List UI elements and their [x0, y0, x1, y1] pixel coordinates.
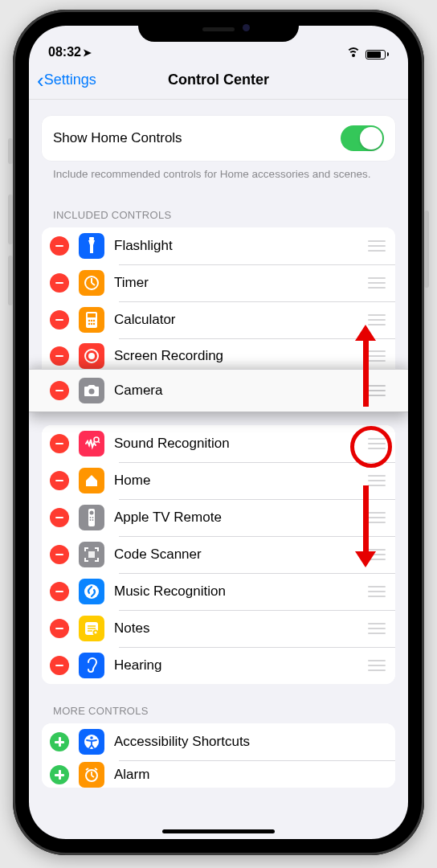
dragging-row-wrap: Camera: [29, 369, 408, 412]
svg-point-20: [90, 519, 92, 521]
control-row-screen-recording[interactable]: Screen Recording: [42, 338, 395, 369]
drag-handle-icon[interactable]: [368, 660, 386, 671]
add-button[interactable]: [50, 732, 69, 751]
accessibility-icon: [79, 729, 104, 755]
remove-button[interactable]: [50, 434, 69, 453]
volume-up-button: [8, 194, 13, 244]
control-row-sound-recognition[interactable]: Sound Recognition: [42, 425, 395, 462]
phone-frame: 08:32 ➤ ‹ Settings Control Center: [13, 10, 424, 855]
camera-icon: [79, 378, 104, 403]
remove-button[interactable]: [50, 656, 69, 675]
control-label: Sound Recognition: [114, 436, 361, 452]
drag-handle-icon[interactable]: [368, 438, 386, 449]
wifi-icon: [346, 49, 361, 59]
remove-button[interactable]: [50, 236, 69, 256]
control-label: Screen Recording: [114, 348, 361, 364]
timer-icon: [79, 270, 104, 296]
chevron-left-icon: ‹: [37, 70, 44, 91]
svg-point-8: [88, 323, 90, 325]
notes-icon: [79, 616, 104, 641]
control-row-home[interactable]: Home: [42, 462, 395, 499]
remove-button[interactable]: [50, 310, 69, 330]
control-row-apple-tv-remote[interactable]: Apple TV Remote: [42, 499, 395, 536]
location-icon: ➤: [83, 47, 92, 59]
remote-icon: [79, 505, 104, 530]
drag-handle-icon[interactable]: [368, 623, 386, 634]
svg-point-13: [89, 389, 95, 395]
home-indicator[interactable]: [162, 829, 275, 833]
control-label: Home: [114, 473, 361, 489]
more-controls-header: MORE CONTROLS: [42, 684, 395, 723]
drag-handle-icon[interactable]: [368, 277, 386, 289]
remove-button[interactable]: [50, 508, 69, 527]
drag-handle-icon[interactable]: [368, 240, 386, 252]
control-row-camera[interactable]: Camera: [29, 369, 408, 412]
control-label: Music Recognition: [114, 583, 361, 600]
remove-button[interactable]: [50, 582, 69, 601]
home-controls-hint: Include recommended controls for Home ac…: [42, 161, 395, 182]
svg-rect-4: [88, 313, 96, 317]
control-row-code-scanner[interactable]: Code Scanner: [42, 536, 395, 573]
control-label: Calculator: [114, 312, 361, 328]
drag-handle-icon[interactable]: [368, 314, 386, 326]
screen: 08:32 ➤ ‹ Settings Control Center: [29, 26, 408, 839]
control-row-notes[interactable]: Notes: [42, 610, 395, 647]
add-button[interactable]: [50, 765, 69, 784]
drag-handle-icon[interactable]: [368, 586, 386, 597]
control-label: Apple TV Remote: [114, 510, 361, 526]
svg-point-5: [88, 320, 90, 321]
page-title: Control Center: [168, 72, 269, 88]
control-row-flashlight[interactable]: Flashlight: [42, 227, 395, 264]
drag-handle-icon[interactable]: [368, 350, 386, 362]
svg-point-9: [91, 323, 92, 325]
svg-rect-22: [88, 551, 95, 558]
svg-point-12: [88, 353, 95, 359]
svg-point-6: [91, 320, 92, 321]
home-icon: [79, 468, 104, 493]
drag-handle-icon[interactable]: [368, 549, 386, 560]
control-label: Code Scanner: [114, 547, 361, 563]
show-home-controls-label: Show Home Controls: [53, 130, 182, 146]
control-row-timer[interactable]: Timer: [42, 264, 395, 301]
svg-point-7: [93, 320, 95, 321]
remove-button[interactable]: [50, 471, 69, 490]
control-row-hearing[interactable]: Hearing: [42, 647, 395, 684]
notch: [138, 16, 299, 42]
svg-rect-0: [89, 237, 94, 240]
remove-button[interactable]: [50, 619, 69, 638]
flashlight-icon: [79, 233, 104, 259]
volume-down-button: [8, 256, 13, 305]
show-home-controls-row: Show Home Controls: [42, 116, 395, 161]
content: Show Home Controls Include recommended c…: [29, 100, 408, 839]
svg-point-21: [92, 519, 94, 521]
remove-button[interactable]: [50, 381, 69, 400]
drag-handle-icon[interactable]: [368, 475, 386, 486]
shazam-icon: [79, 579, 104, 604]
back-label: Settings: [44, 72, 96, 88]
remove-button[interactable]: [50, 346, 69, 366]
alarm-icon: [79, 762, 104, 788]
ear-icon: [79, 653, 104, 678]
back-button[interactable]: ‹ Settings: [37, 70, 96, 91]
control-row-alarm[interactable]: Alarm: [42, 760, 395, 788]
included-controls-list: Flashlight Timer: [42, 227, 395, 369]
control-label: Hearing: [114, 657, 361, 674]
remove-button[interactable]: [50, 545, 69, 564]
drag-handle-icon[interactable]: [368, 385, 386, 396]
mute-switch: [8, 138, 13, 164]
control-label: Flashlight: [114, 238, 361, 254]
included-controls-list-lower: Sound Recognition Home: [42, 425, 395, 684]
control-row-accessibility-shortcuts[interactable]: Accessibility Shortcuts: [42, 723, 395, 760]
remove-button[interactable]: [50, 273, 69, 293]
control-row-music-recognition[interactable]: Music Recognition: [42, 573, 395, 610]
show-home-controls-toggle[interactable]: [341, 125, 384, 151]
record-icon: [79, 343, 104, 369]
drag-handle-icon[interactable]: [368, 512, 386, 523]
control-row-calculator[interactable]: Calculator: [42, 301, 395, 338]
more-controls-list: Accessibility Shortcuts Alarm: [42, 723, 395, 788]
qr-icon: [79, 542, 104, 567]
status-time: 08:32: [48, 45, 81, 59]
control-label: Accessibility Shortcuts: [114, 734, 386, 750]
svg-point-19: [92, 517, 94, 518]
svg-point-30: [90, 736, 93, 739]
